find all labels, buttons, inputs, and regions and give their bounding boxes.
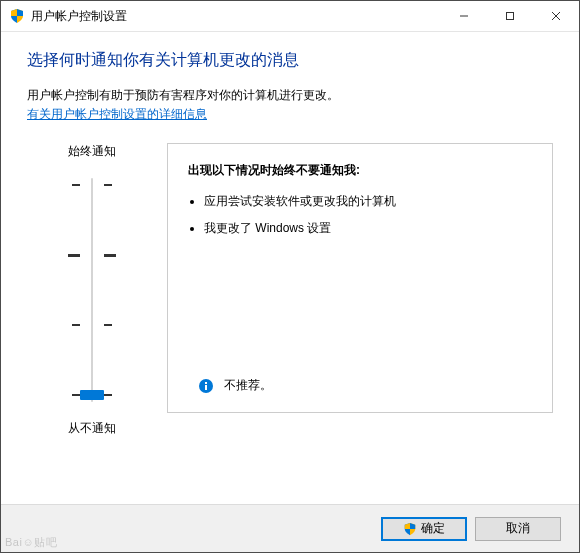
page-description: 用户帐户控制有助于预防有害程序对你的计算机进行更改。: [27, 87, 553, 104]
titlebar: 用户帐户控制设置: [1, 1, 579, 32]
slider-tick: [62, 324, 122, 325]
slider-line: [91, 178, 93, 402]
svg-rect-6: [205, 382, 207, 384]
notification-slider[interactable]: [62, 170, 122, 410]
uac-settings-window: 用户帐户控制设置 选择何时通知你有关计算机更改的消息 用户帐户控制有助于预防有害…: [0, 0, 580, 553]
slider-tick: [62, 254, 122, 255]
body-row: 始终通知 从不通知 出现以下情况时始终不要通知我: 应用尝试安装软件或更改我的计…: [27, 143, 553, 437]
close-button[interactable]: [533, 1, 579, 31]
page-heading: 选择何时通知你有关计算机更改的消息: [27, 50, 553, 71]
shield-icon: [9, 8, 25, 24]
cancel-button-label: 取消: [506, 520, 530, 537]
recommendation-text: 不推荐。: [224, 377, 272, 394]
info-icon: [198, 378, 214, 394]
info-box-title: 出现以下情况时始终不要通知我:: [188, 162, 532, 179]
slider-tick: [62, 184, 122, 185]
svg-rect-5: [205, 385, 207, 390]
window-title: 用户帐户控制设置: [31, 8, 441, 25]
maximize-button[interactable]: [487, 1, 533, 31]
button-bar: 确定 取消: [1, 504, 579, 552]
slider-label-always: 始终通知: [68, 143, 116, 160]
list-item: 应用尝试安装软件或更改我的计算机: [204, 193, 532, 210]
info-box-list: 应用尝试安装软件或更改我的计算机 我更改了 Windows 设置: [204, 193, 532, 237]
cancel-button[interactable]: 取消: [475, 517, 561, 541]
slider-label-never: 从不通知: [68, 420, 116, 437]
slider-thumb[interactable]: [80, 390, 104, 400]
notification-info-box: 出现以下情况时始终不要通知我: 应用尝试安装软件或更改我的计算机 我更改了 Wi…: [167, 143, 553, 413]
shield-icon: [403, 522, 417, 536]
ok-button-label: 确定: [421, 520, 445, 537]
minimize-button[interactable]: [441, 1, 487, 31]
list-item: 我更改了 Windows 设置: [204, 220, 532, 237]
slider-column: 始终通知 从不通知: [27, 143, 157, 437]
content-area: 选择何时通知你有关计算机更改的消息 用户帐户控制有助于预防有害程序对你的计算机进…: [1, 32, 579, 504]
svg-rect-1: [507, 13, 514, 20]
learn-more-link[interactable]: 有关用户帐户控制设置的详细信息: [27, 106, 207, 123]
ok-button[interactable]: 确定: [381, 517, 467, 541]
recommendation-row: 不推荐。: [198, 377, 272, 394]
